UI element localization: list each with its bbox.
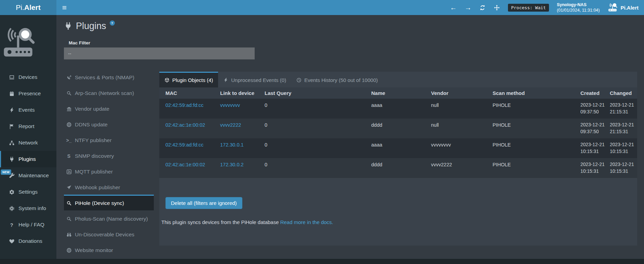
icon-wrap (8, 91, 15, 97)
plugin-nav-item-ntfy-publisher[interactable]: >_NTFY publisher (64, 132, 154, 148)
heart-icon (9, 238, 15, 244)
plug-icon (64, 22, 72, 30)
plugin-objects-table: MACLink to deviceLast QueryNameVendorSca… (159, 87, 637, 178)
plugin-nav-item-pihole-device-sync[interactable]: PiHole (Device sync) (64, 195, 154, 210)
sidebar-item-events[interactable]: Events (0, 102, 56, 118)
clock-icon (296, 78, 301, 83)
changed-cell: 2023-12-21 10:15:31 (608, 158, 637, 178)
device-link[interactable]: vvvv2222 (220, 122, 241, 128)
sidebar-item-label: Network (18, 140, 38, 146)
letter-s-icon: S (67, 153, 70, 159)
help-badge[interactable]: ? (110, 20, 115, 26)
gear-icon (9, 189, 15, 195)
terminal-icon: >_ (66, 138, 72, 143)
mac-filter-input[interactable] (64, 47, 255, 59)
tab-plugin-objects-4[interactable]: Plugin Objects (4) (159, 72, 218, 87)
icon-wrap (66, 106, 72, 112)
question-icon: ? (10, 222, 13, 228)
tab-label: Unprocessed Events (0) (231, 77, 286, 83)
plugin-nav-item-mqtt-publisher[interactable]: MQTT publisher (64, 163, 154, 179)
plugin-nav-item-snmp-discovery[interactable]: SSNMP discovery (64, 148, 154, 163)
icon-wrap (8, 124, 15, 129)
globe-icon (66, 122, 72, 127)
icon-wrap (8, 74, 15, 80)
nav-back-button[interactable]: ← (450, 4, 457, 11)
nav-forward-button[interactable]: → (465, 4, 471, 11)
plugin-nav-label: MQTT publisher (75, 169, 113, 175)
plugin-nav-item-services-ports-nmap[interactable]: Services & Ports (NMAP) (64, 69, 154, 85)
name-cell: dddd (369, 158, 429, 178)
bottom-strip (0, 259, 644, 264)
calendar-icon (9, 91, 15, 97)
vendor-cell: null (429, 99, 491, 119)
device-link[interactable]: vvvvvvvv (220, 102, 240, 108)
docs-link[interactable]: Read more in the docs. (280, 219, 333, 225)
refresh-button[interactable] (479, 4, 486, 11)
vendor-cell: null (429, 119, 491, 138)
plugins-layout: Services & Ports (NMAP)Arp-Scan (Network… (64, 69, 637, 258)
name-cell: aaaa (369, 99, 429, 119)
host-time: (01/01/2024, 11:31:04) (557, 8, 600, 13)
sidebar-toggle-button[interactable] (56, 0, 72, 15)
icon-wrap: >_ (66, 138, 72, 143)
changed-cell: 2023-12-21 21:15:31 (608, 99, 637, 119)
plugin-nav-item-un-discoverable-devices[interactable]: Un-Discoverable Devices (64, 226, 154, 242)
bars-icon (62, 5, 67, 11)
tab-label: Plugin Objects (4) (172, 77, 213, 83)
device-link[interactable]: 172.30.0.1 (220, 142, 244, 148)
plugin-panel: Plugin Objects (4)Unprocessed Events (0)… (159, 72, 637, 246)
sidebar-item-help-faq[interactable]: ?Help / FAQ (0, 217, 56, 233)
created-cell: 2023-12-21 09:37:50 (578, 119, 608, 138)
sidebar-item-presence[interactable]: Presence (0, 85, 56, 102)
mac-link[interactable]: 02:42:59:ad:fd:cc (165, 102, 203, 108)
plugin-nav-item-webhook-publisher[interactable]: Webhook publisher (64, 179, 154, 195)
mac-link[interactable]: 02:42:59:ad:fd:cc (165, 142, 203, 148)
device-link[interactable]: 172.30.0.2 (220, 162, 244, 167)
icon-wrap (8, 107, 15, 113)
laptop-icon (9, 74, 15, 80)
sidebar-menu: DevicesPresenceEventsReportNetworkPlugin… (0, 69, 56, 249)
plugin-nav-item-website-monitor[interactable]: Website monitor (64, 242, 154, 258)
table-row: 02:42:59:ad:fd:cc 172.30.0.1 0 aaaa vvvv… (159, 138, 637, 158)
tab-bar: Plugin Objects (4)Unprocessed Events (0)… (159, 72, 637, 87)
plugin-nav-label: Website monitor (75, 247, 113, 253)
sidebar-item-report[interactable]: Report (0, 118, 56, 135)
move-icon[interactable] (494, 4, 500, 11)
tab-events-history-50-out-of-10000[interactable]: Events History (50 out of 10000) (291, 72, 383, 87)
plugin-description: This plugin syncs devices from the PiHol… (161, 219, 637, 225)
sidebar-item-devices[interactable]: Devices (0, 69, 56, 85)
mac-link[interactable]: 02:42:ac:1e:00:02 (165, 162, 205, 167)
plugin-nav-item-pholus-scan-name-discovery[interactable]: Pholus-Scan (Name discovery) (64, 210, 154, 226)
sidebar-item-label: Plugins (18, 156, 36, 162)
icon-wrap (66, 232, 72, 237)
header-app-name: Pi.Alert (620, 5, 639, 11)
sidebar-item-label: Report (18, 123, 35, 129)
rss-icon (66, 169, 72, 175)
icon-wrap (66, 185, 72, 190)
main-content: Plugins ? Mac Filter Services & Ports (N… (56, 15, 644, 264)
brand-logo[interactable]: Pi.Alert (0, 0, 56, 15)
plugin-nav-label: Webhook publisher (75, 184, 120, 191)
tab-label: Events History (50 out of 10000) (304, 77, 378, 83)
plugin-nav-item-ddns-update[interactable]: DDNS update (64, 116, 154, 132)
sidebar-item-label: Donations (18, 238, 42, 244)
plugin-nav-item-arp-scan-network-scan[interactable]: Arp-Scan (Network scan) (64, 85, 154, 100)
column-header-link-to-device: Link to device (218, 87, 263, 99)
bolt-icon (9, 107, 15, 113)
sidebar-item-settings[interactable]: Settings (0, 184, 56, 200)
plugin-nav-label: Arp-Scan (Network scan) (75, 90, 134, 96)
tab-unprocessed-events-0[interactable]: Unprocessed Events (0) (218, 72, 291, 87)
delete-all-button[interactable]: Delete all (filters are ignored) (165, 197, 242, 209)
plugin-nav-item-vendor-update[interactable]: Vendor update (64, 100, 154, 116)
sidebar-item-system-info[interactable]: System info (0, 200, 56, 217)
table-header-row: MACLink to deviceLast QueryNameVendorSca… (159, 87, 637, 99)
sidebar-item-plugins[interactable]: Plugins (0, 151, 56, 167)
column-header-vendor: Vendor (429, 87, 491, 99)
sidebar-item-network[interactable]: Network (0, 135, 56, 151)
column-header-last-query: Last Query (263, 87, 369, 99)
icon-wrap (8, 206, 15, 211)
page-title: Plugins (76, 21, 106, 31)
sidebar-item-donations[interactable]: Donations (0, 233, 56, 249)
mac-link[interactable]: 02:42:ac:1e:00:02 (165, 122, 205, 128)
sidebar-item-label: Devices (18, 74, 37, 80)
